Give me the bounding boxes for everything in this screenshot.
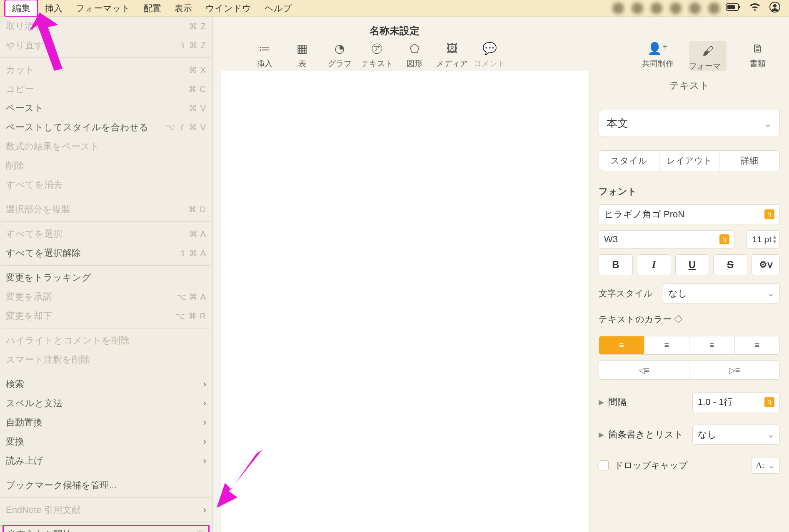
font-weight-select[interactable]: W3⇅ (599, 230, 735, 249)
insert-icon: ≔ (259, 41, 270, 56)
menu-item[interactable]: 自動置換› (0, 413, 212, 432)
char-style-label: 文字スタイル (599, 288, 657, 299)
indent-button[interactable]: ▷≡ (689, 361, 779, 379)
seg-layout[interactable]: レイアウト (659, 151, 719, 171)
menu-item[interactable]: ブックマーク候補を管理... (0, 476, 212, 495)
seg-style[interactable]: スタイル (599, 151, 659, 171)
svg-point-4 (773, 4, 777, 7)
dropcap-label: ドロップキャップ (614, 460, 751, 471)
chevron-down-icon: ⌄ (767, 429, 774, 440)
text-icon: ㋐ (371, 41, 383, 56)
italic-button[interactable]: I (637, 254, 671, 275)
menu-view[interactable]: 表示 (168, 1, 199, 16)
paragraph-style-select[interactable]: 本文 ⌄ (599, 110, 780, 137)
menu-item: コピー⌘ C (0, 80, 212, 99)
text-color-label: テキストのカラー ◇ (599, 313, 780, 325)
menu-help[interactable]: ヘルプ (258, 1, 299, 16)
toolbar-insert[interactable]: ≔挿入 (246, 41, 283, 69)
align-left-button[interactable]: ≡ (599, 336, 644, 354)
menubar: 編集 挿入 フォーマット 配置 表示 ウインドウ ヘルプ (0, 0, 789, 17)
char-style-select[interactable]: なし⌄ (663, 283, 780, 303)
svg-rect-2 (727, 5, 735, 9)
shape-icon: ⬠ (409, 41, 419, 56)
bold-button[interactable]: B (599, 254, 633, 275)
submenu-arrow-icon: › (203, 398, 206, 409)
menu-item[interactable]: 変更をトラッキング (0, 268, 212, 287)
menu-item: 削除 (0, 156, 212, 175)
toolbar-comment: 💬コメント (471, 41, 508, 69)
menu-item[interactable]: 検索› (0, 375, 212, 394)
submenu-arrow-icon: › (203, 379, 206, 390)
outdent-button[interactable]: ◁≡ (599, 361, 689, 379)
menu-arrange[interactable]: 配置 (137, 1, 168, 16)
menu-item[interactable]: 読み上げ› (0, 451, 212, 470)
chevron-down-icon: ⌄ (768, 460, 775, 470)
align-justify-button[interactable]: ≡ (734, 336, 780, 354)
disclosure-triangle-icon[interactable]: ▶ (599, 398, 604, 407)
menu-item[interactable]: スペルと文法› (0, 394, 212, 413)
menu-item: EndNote 引用文献› (0, 500, 212, 520)
align-center-button[interactable]: ≡ (644, 336, 689, 354)
toolbar-media[interactable]: 🖼メディア (433, 41, 471, 69)
underline-button[interactable]: U (675, 254, 709, 275)
strikethrough-button[interactable]: S (713, 254, 747, 275)
menu-item[interactable]: 変換› (0, 432, 212, 451)
edit-dropdown-menu: 取り消す⌘ Zやり直す⇧ ⌘ Zカット⌘ Xコピー⌘ Cペースト⌘ Vペーストし… (0, 17, 212, 532)
submenu-arrow-icon: › (203, 436, 206, 447)
font-family-select[interactable]: ヒラギノ角ゴ ProN⇅ (599, 204, 780, 224)
submenu-arrow-icon: › (203, 455, 206, 466)
menu-item: 変更を却下⌥ ⌘ R (0, 306, 212, 326)
menu-item: 数式の結果をペースト (0, 137, 212, 156)
menu-item[interactable]: ペーストしてスタイルを合わせる⌥ ⇧ ⌘ V (0, 118, 212, 137)
battery-icon (726, 3, 741, 13)
toolbar-text[interactable]: ㋐テキスト (358, 41, 396, 69)
inspector-tab-text[interactable]: テキスト (589, 71, 789, 99)
toolbar-shape[interactable]: ⬠図形 (396, 41, 433, 69)
menu-item: スマート注釈を削除 (0, 350, 212, 369)
select-arrow-icon: ⇅ (719, 234, 729, 244)
wifi-icon (749, 2, 761, 14)
submenu-arrow-icon: › (203, 417, 206, 428)
spinner-arrows-icon: ▲▼ (772, 235, 777, 244)
align-right-button[interactable]: ≡ (689, 336, 734, 354)
menu-window[interactable]: ウインドウ (199, 1, 258, 16)
menubar-status (726, 1, 785, 15)
svg-rect-1 (739, 6, 740, 8)
dropcap-checkbox[interactable] (599, 460, 609, 470)
media-icon: 🖼 (446, 41, 458, 56)
inspector-segtabs: スタイル レイアウト 詳細 (599, 150, 780, 171)
font-size-stepper[interactable]: 11 pt▲▼ (747, 230, 780, 249)
toolbar-chart[interactable]: ◔グラフ (321, 41, 358, 69)
menu-item[interactable]: すべてを選択解除⇧ ⌘ A (0, 244, 212, 263)
font-options-button[interactable]: ⚙︎ⅴ (752, 254, 780, 275)
dropcap-preview-icon: A≡≡ (756, 460, 765, 471)
seg-more[interactable]: 詳細 (719, 151, 779, 171)
bullets-select[interactable]: なし⌄ (692, 425, 780, 445)
spacing-label: 間隔 (608, 396, 692, 408)
select-arrow-icon: ⇅ (764, 397, 774, 407)
spacing-select[interactable]: 1.0 - 1行⇅ (692, 392, 780, 412)
user-icon[interactable] (769, 1, 781, 15)
submenu-arrow-icon: › (203, 505, 206, 515)
collaborate-icon: 👤⁺ (647, 41, 668, 56)
disclosure-triangle-icon[interactable]: ▶ (599, 430, 604, 439)
menu-item[interactable]: ペースト⌘ V (0, 99, 212, 118)
annotation-arrow (29, 12, 79, 75)
chevron-down-icon: ⌄ (764, 118, 772, 129)
menu-item: すべてを消去 (0, 175, 212, 194)
document-canvas[interactable] (221, 71, 589, 532)
menu-format[interactable]: フォーマット (69, 1, 137, 16)
toolbar-table[interactable]: ▦表 (283, 41, 321, 69)
menu-item: ハイライトとコメントを削除 (0, 331, 212, 350)
menu-item[interactable]: 音声入力を開始🎙 (2, 525, 210, 532)
table-icon: ▦ (297, 41, 307, 56)
chart-icon: ◔ (335, 41, 345, 56)
text-align-segment: ≡ ≡ ≡ ≡ (599, 336, 780, 355)
document-icon: 🗎 (752, 41, 764, 56)
dropcap-style-select[interactable]: A≡≡ ⌄ (751, 457, 780, 474)
menu-item: 選択部分を複製⌘ D (0, 200, 212, 219)
format-icon: 🖌 (702, 43, 714, 58)
chevron-down-icon: ⌄ (767, 288, 774, 299)
bullets-label: 箇条書きとリスト (608, 428, 692, 441)
indent-segment: ◁≡ ▷≡ (599, 360, 780, 380)
